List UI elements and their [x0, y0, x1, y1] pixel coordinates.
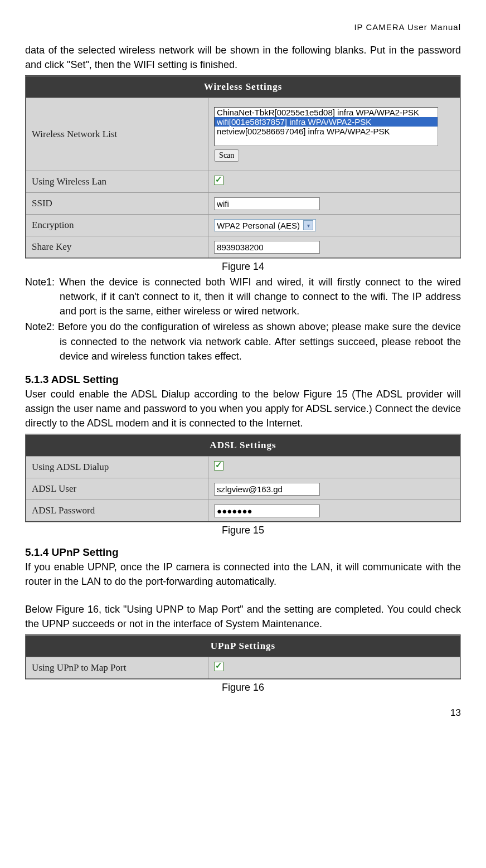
section-514-paragraph-1: If you enable UPNP, once the IP camera i… — [25, 560, 461, 589]
using-adsl-checkbox[interactable] — [214, 461, 223, 471]
ssid-input[interactable] — [214, 197, 320, 210]
section-514-heading: 5.1.4 UPnP Setting — [25, 546, 461, 559]
using-upnp-cell — [208, 657, 460, 680]
adsl-user-label: ADSL User — [26, 478, 208, 500]
list-item[interactable]: ChinaNet-TbkR[00255e1e5d08] infra WPA/WP… — [215, 108, 438, 117]
adsl-password-input[interactable] — [214, 505, 320, 517]
adsl-password-cell — [208, 500, 460, 522]
adsl-settings-header: ADSL Settings — [26, 434, 460, 457]
adsl-password-label: ADSL Password — [26, 500, 208, 522]
intro-paragraph: data of the selected wireless network wi… — [25, 43, 461, 72]
ssid-cell — [208, 193, 460, 215]
page-number: 13 — [25, 707, 461, 719]
note1-text: Note1: When the device is connected both… — [25, 275, 461, 318]
figure-14-caption: Figure 14 — [25, 261, 461, 273]
note2-text: Note2: Before you do the configuration o… — [25, 319, 461, 363]
sharekey-label: Share Key — [26, 236, 208, 259]
using-wireless-cell — [208, 171, 460, 193]
list-item[interactable]: wifi[001e58f37857] infra WPA/WPA2-PSK — [215, 117, 438, 127]
figure-16-caption: Figure 16 — [25, 682, 461, 694]
section-513-paragraph: User could enable the ADSL Dialup accord… — [25, 387, 461, 430]
wireless-settings-table: Wireless Settings Wireless Network List … — [25, 75, 461, 259]
using-wireless-checkbox[interactable] — [214, 176, 223, 185]
section-513-heading: 5.1.3 ADSL Setting — [25, 374, 461, 386]
section-514-paragraph-2: Below Figure 16, tick "Using UPNP to Map… — [25, 602, 461, 631]
network-listbox[interactable]: ChinaNet-TbkR[00255e1e5d08] infra WPA/WP… — [214, 107, 438, 146]
encryption-dropdown[interactable]: WPA2 Personal (AES) ▾ — [214, 219, 316, 231]
adsl-user-cell — [208, 478, 460, 500]
using-upnp-label: Using UPnP to Map Port — [26, 657, 208, 680]
network-list-label: Wireless Network List — [26, 98, 208, 171]
list-item[interactable]: netview[002586697046] infra WPA/WPA2-PSK — [215, 127, 438, 136]
chevron-down-icon: ▾ — [303, 220, 313, 230]
using-upnp-checkbox[interactable] — [214, 662, 223, 671]
network-list-cell: ChinaNet-TbkR[00255e1e5d08] infra WPA/WP… — [208, 98, 460, 171]
encryption-value: WPA2 Personal (AES) — [217, 221, 300, 230]
encryption-label: Encryption — [26, 215, 208, 236]
adsl-user-input[interactable] — [214, 483, 320, 496]
upnp-settings-table: UPnP Settings Using UPnP to Map Port — [25, 634, 461, 680]
sharekey-input[interactable] — [214, 241, 320, 254]
encryption-cell: WPA2 Personal (AES) ▾ — [208, 215, 460, 236]
adsl-settings-table: ADSL Settings Using ADSL Dialup ADSL Use… — [25, 434, 461, 522]
sharekey-cell — [208, 236, 460, 259]
page-header: IP CAMERA User Manual — [25, 22, 461, 32]
upnp-settings-header: UPnP Settings — [26, 635, 460, 657]
scan-button[interactable]: Scan — [214, 149, 239, 162]
using-adsl-cell — [208, 457, 460, 478]
list-item-empty — [215, 136, 438, 146]
using-wireless-label: Using Wireless Lan — [26, 171, 208, 193]
wireless-settings-header: Wireless Settings — [26, 76, 460, 98]
using-adsl-label: Using ADSL Dialup — [26, 457, 208, 478]
figure-15-caption: Figure 15 — [25, 525, 461, 536]
ssid-label: SSID — [26, 193, 208, 215]
